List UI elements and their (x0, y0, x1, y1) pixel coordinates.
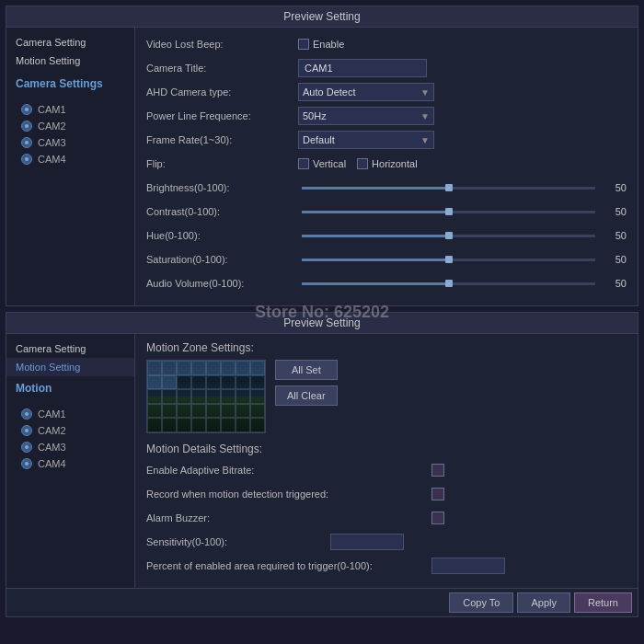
apply-button[interactable]: Apply (517, 592, 570, 613)
all-clear-button[interactable]: All Clear (275, 385, 338, 406)
hue-thumb[interactable] (445, 232, 453, 239)
cam4-item-bottom[interactable]: CAM4 (6, 455, 134, 472)
adaptive-bitrate-row: Enable Adaptive Bitrate: (146, 461, 627, 479)
motion-cell[interactable] (206, 404, 221, 419)
cam2-item-top[interactable]: CAM2 (6, 118, 134, 134)
motion-cell[interactable] (162, 389, 177, 404)
motion-cell[interactable] (147, 361, 162, 375)
cam2-item-bottom[interactable]: CAM2 (6, 422, 134, 439)
motion-cell[interactable] (236, 404, 250, 419)
motion-cell[interactable] (177, 418, 191, 432)
motion-cell[interactable] (206, 375, 221, 390)
camera-setting-nav-bottom[interactable]: Camera Setting (6, 339, 134, 358)
all-set-button[interactable]: All Set (275, 360, 338, 380)
motion-cell[interactable] (177, 361, 191, 375)
cam4-item-top[interactable]: CAM4 (6, 151, 134, 167)
audio-track[interactable] (302, 282, 595, 285)
motion-cell[interactable] (177, 404, 191, 419)
motion-setting-nav-bottom[interactable]: Motion Setting (6, 358, 134, 376)
motion-cell[interactable] (191, 361, 206, 375)
frame-rate-dropdown[interactable]: Default ▼ (298, 131, 434, 149)
record-motion-label: Record when motion detection triggered: (146, 489, 431, 500)
motion-cell[interactable] (250, 389, 265, 404)
motion-cell[interactable] (250, 404, 265, 419)
motion-cell[interactable] (191, 404, 206, 419)
motion-cell[interactable] (236, 389, 250, 404)
audio-thumb[interactable] (445, 280, 453, 287)
cam2-label-top: CAM2 (38, 121, 66, 132)
motion-cell[interactable] (206, 361, 221, 375)
cam3-item-bottom[interactable]: CAM3 (6, 439, 134, 455)
motion-setting-nav[interactable]: Motion Setting (6, 52, 134, 70)
bottom-panel-title: Preview Setting (6, 313, 638, 334)
motion-cell[interactable] (206, 418, 221, 432)
motion-cell[interactable] (236, 418, 250, 432)
ahd-dropdown-arrow: ▼ (420, 87, 430, 98)
bottom-bar: Copy To Apply Return (6, 588, 638, 616)
motion-cell[interactable] (221, 361, 236, 375)
power-line-value: 50Hz ▼ (298, 107, 627, 125)
motion-cell[interactable] (177, 389, 191, 404)
alarm-buzzer-checkbox[interactable] (431, 512, 444, 524)
camera-setting-nav[interactable]: Camera Setting (6, 33, 134, 52)
motion-cell[interactable] (221, 389, 236, 404)
motion-cell[interactable] (147, 418, 162, 432)
camera-title-input[interactable] (298, 59, 427, 77)
cam1-item-top[interactable]: CAM1 (6, 101, 134, 118)
saturation-slider-container: 50 (298, 254, 627, 265)
alarm-buzzer-row: Alarm Buzzer: (146, 509, 627, 527)
bottom-right-content: Motion Zone Settings: (135, 334, 638, 588)
flip-horizontal-checkbox[interactable] (357, 158, 368, 169)
percent-row: Percent of enabled area required to trig… (146, 557, 627, 575)
saturation-track[interactable] (302, 259, 595, 261)
cam3-label-bottom: CAM3 (38, 442, 66, 453)
cam3-item-top[interactable]: CAM3 (6, 134, 134, 151)
contrast-thumb[interactable] (445, 208, 453, 215)
motion-cell[interactable] (162, 418, 177, 432)
motion-cell[interactable] (147, 375, 162, 390)
motion-zone-image[interactable] (146, 360, 266, 433)
motion-cell[interactable] (221, 418, 236, 432)
saturation-label: Saturation(0-100): (146, 254, 298, 265)
flip-vertical-checkbox[interactable] (298, 158, 309, 169)
cam1-item-bottom[interactable]: CAM1 (6, 406, 134, 422)
motion-cell[interactable] (162, 361, 177, 375)
motion-cell[interactable] (250, 418, 265, 432)
motion-cell[interactable] (221, 404, 236, 419)
motion-cell[interactable] (236, 375, 250, 390)
power-line-dropdown[interactable]: 50Hz ▼ (298, 107, 434, 125)
percent-input[interactable] (431, 558, 505, 574)
video-lost-checkbox[interactable] (298, 39, 309, 50)
motion-cell[interactable] (236, 361, 250, 375)
sensitivity-row: Sensitivity(0-100): (146, 533, 627, 551)
brightness-thumb[interactable] (445, 184, 453, 191)
ahd-camera-dropdown[interactable]: Auto Detect ▼ (298, 83, 434, 101)
hue-track[interactable] (302, 235, 595, 237)
motion-cell[interactable] (221, 375, 236, 390)
return-button[interactable]: Return (574, 592, 632, 613)
motion-cell[interactable] (162, 404, 177, 419)
motion-cell[interactable] (191, 389, 206, 404)
motion-cell[interactable] (191, 418, 206, 432)
cam1-icon-top (21, 104, 32, 115)
motion-cell[interactable] (250, 375, 265, 390)
brightness-track[interactable] (302, 187, 595, 190)
hue-label: Hue(0-100): (146, 230, 298, 241)
motion-cell[interactable] (206, 389, 221, 404)
hue-slider-container: 50 (298, 230, 627, 241)
top-left-nav: Camera Setting Motion Setting Camera Set… (6, 28, 135, 305)
motion-cell[interactable] (162, 375, 177, 390)
sensitivity-input[interactable] (330, 534, 404, 550)
adaptive-bitrate-label: Enable Adaptive Bitrate: (146, 465, 431, 476)
adaptive-bitrate-checkbox[interactable] (431, 464, 444, 477)
motion-cell[interactable] (147, 389, 162, 404)
motion-cell[interactable] (147, 404, 162, 419)
motion-cell[interactable] (250, 361, 265, 375)
saturation-thumb[interactable] (445, 256, 453, 263)
record-motion-checkbox[interactable] (431, 488, 444, 500)
contrast-track[interactable] (302, 211, 595, 213)
audio-value: 50 (604, 278, 627, 289)
motion-cell[interactable] (191, 375, 206, 390)
motion-cell[interactable] (177, 375, 191, 390)
copy-to-button[interactable]: Copy To (449, 592, 513, 613)
